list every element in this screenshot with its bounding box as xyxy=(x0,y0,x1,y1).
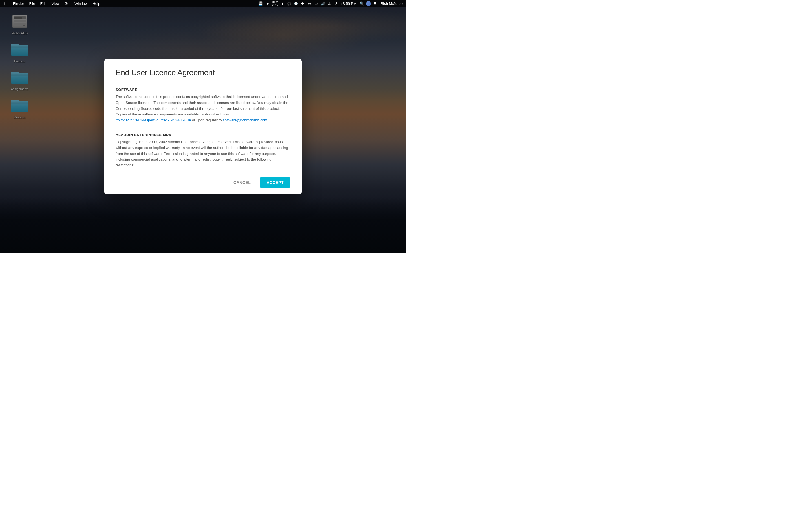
apple-menu[interactable]:  xyxy=(2,0,8,7)
section-software-title: SOFTWARE xyxy=(116,88,290,92)
headphone-icon: 🎧 xyxy=(287,1,292,6)
search-icon[interactable]: 🔍 xyxy=(359,1,364,6)
eye-icon: 👁 xyxy=(265,1,270,6)
user-avatar[interactable] xyxy=(366,1,371,6)
section-aladdin-title: ALADDIN ENTERPRISES MD5 xyxy=(116,133,290,137)
view-menu[interactable]: View xyxy=(50,0,61,7)
battery-icon: ▮ xyxy=(280,1,285,6)
go-menu[interactable]: Go xyxy=(63,0,71,7)
section-software-body: The software included in this product co… xyxy=(116,94,290,123)
modal-header: End User Licence Agreement xyxy=(104,59,302,82)
memory-indicator: MEM26% xyxy=(271,1,278,6)
app-name-menu[interactable]: Finder xyxy=(11,0,26,7)
display-icon: 🖶 xyxy=(327,1,333,6)
menu-bar-username: Rich McNabb xyxy=(380,1,403,6)
eula-modal: End User Licence Agreement SOFTWARE The … xyxy=(104,59,302,194)
section-divider-1 xyxy=(116,128,290,128)
menu-bar-right: 💾 👁 MEM26% ▮ 🎧 🕑 ✚ ⊜ ▭ 🔊 🖶 Sun 3:56 PM 🔍… xyxy=(258,1,404,6)
edit-menu[interactable]: Edit xyxy=(38,0,48,7)
modal-content[interactable]: SOFTWARE The software included in this p… xyxy=(104,82,302,173)
dropbox-icon: 💾 xyxy=(258,1,263,6)
modal-footer: CANCEL ACCEPT xyxy=(104,173,302,194)
accept-button[interactable]: ACCEPT xyxy=(260,177,290,187)
window-menu[interactable]: Window xyxy=(72,0,89,7)
volume-icon: 🔊 xyxy=(320,1,326,6)
menu-bar-time: Sun 3:56 PM xyxy=(335,1,356,6)
ftp-link[interactable]: ftp://202.27.34.14/OpenSource/RJ4524-197… xyxy=(116,118,191,122)
email-link[interactable]: software@richmcnabb.com xyxy=(223,118,267,122)
modal-title: End User Licence Agreement xyxy=(116,68,290,77)
airplay-icon: ▭ xyxy=(314,1,319,6)
menu-bar:  Finder File Edit View Go Window Help 💾… xyxy=(0,0,406,7)
time-machine-icon: 🕑 xyxy=(294,1,299,6)
menu-bar-left:  Finder File Edit View Go Window Help xyxy=(2,0,258,7)
desktop:  Finder File Edit View Go Window Help 💾… xyxy=(0,0,406,253)
file-menu[interactable]: File xyxy=(27,0,37,7)
plus-icon: ✚ xyxy=(300,1,305,6)
notification-icon[interactable]: ☰ xyxy=(373,1,378,6)
section-aladdin-body: Copyright (C) 1999, 2000, 2002 Aladdin E… xyxy=(116,139,290,168)
help-menu[interactable]: Help xyxy=(91,0,102,7)
cancel-button[interactable]: CANCEL xyxy=(228,177,256,187)
wifi-icon: ⊜ xyxy=(307,1,312,6)
